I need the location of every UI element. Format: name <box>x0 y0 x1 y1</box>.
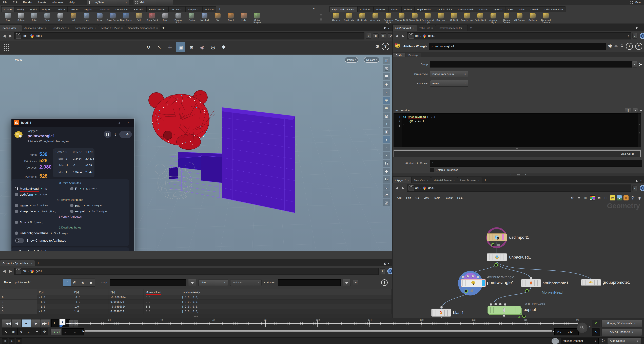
shelf-tab-crowds[interactable]: Crowds <box>528 6 542 12</box>
thumbnails-icon[interactable]: ▦ <box>596 195 602 200</box>
shade-icon[interactable]: ◑ <box>382 120 390 127</box>
breadcrumb-root[interactable]: obj <box>415 34 419 38</box>
replay-icon[interactable]: ↺ <box>18 328 25 336</box>
shelf-grip[interactable] <box>320 14 322 22</box>
breadcrumb[interactable]: obj › geo1 <box>14 268 378 275</box>
translate-view-icon[interactable]: ✛ <box>165 42 175 52</box>
shelf-tab-fem[interactable]: FEM <box>505 6 516 12</box>
tool-helix[interactable]: Helix <box>237 13 250 21</box>
input-dot[interactable] <box>466 275 469 278</box>
breadcrumb-root[interactable]: obj <box>23 34 26 38</box>
table-row[interactable]: 1-1.0-1.00.08968240.0[ 1.0, 0.0, <box>0 300 392 304</box>
expand-icon[interactable]: + <box>640 108 642 113</box>
editor-resize-handle[interactable]: ▦▦ <box>394 147 641 149</box>
grid-icon[interactable]: ▦ <box>382 57 390 64</box>
tool-vr-camera[interactable]: VR Camera <box>513 13 526 21</box>
network-menu-add[interactable]: Add <box>394 196 404 199</box>
prim-normals-icon[interactable]: ◆ <box>382 168 390 175</box>
set-key-button[interactable] <box>577 322 588 333</box>
prev-frame-button[interactable]: ◀ <box>12 319 21 327</box>
tool-ambient-light[interactable]: Ambient Light <box>487 13 500 23</box>
wrench-icon[interactable]: ⚒ <box>570 195 575 200</box>
tab-performance-monitor[interactable]: Performance Monitor× <box>435 25 468 31</box>
network-menu-view[interactable]: View <box>421 196 432 199</box>
new-tab-icon[interactable]: + <box>35 260 41 266</box>
close-icon[interactable]: × <box>413 27 414 29</box>
view-selector[interactable]: Main ⇕ <box>133 0 173 5</box>
breadcrumb-node[interactable]: geo1 <box>36 269 42 273</box>
chevron-down-icon[interactable]: ▼ <box>632 61 637 67</box>
view-tool-icon[interactable]: ▣ <box>176 42 186 52</box>
tab-animation-editor[interactable]: Animation Editor× <box>22 25 49 31</box>
close-icon[interactable]: × <box>31 262 32 265</box>
attributes-input[interactable] <box>278 279 340 286</box>
tool-stereo-camera[interactable]: Stereo Camera <box>500 13 513 23</box>
tool-l-system[interactable]: L-System <box>185 13 198 21</box>
shelf-tab-create[interactable]: Create <box>1 6 14 12</box>
details-mode-icon[interactable]: ◆ <box>87 279 95 287</box>
node-label[interactable]: usdimport1 <box>509 235 529 240</box>
playhead[interactable]: 1 <box>59 319 66 325</box>
tool-distant-light[interactable]: Distant Light <box>408 13 421 21</box>
input-dot[interactable] <box>476 276 479 278</box>
shelf-tab-particle-fluids[interactable]: Particle Fluids <box>434 6 455 12</box>
camera-selector[interactable]: No cam ▾ <box>364 57 379 63</box>
input-dot[interactable] <box>499 303 502 305</box>
playback-start-field[interactable]: 1 <box>72 328 84 336</box>
add-light-icon[interactable]: ⊕ <box>382 97 390 104</box>
tab-asset-browser[interactable]: Asset Browser× <box>457 177 482 183</box>
tool-switcher[interactable]: Switcher <box>526 13 539 21</box>
range-handle-left[interactable]: ▶ <box>82 330 84 333</box>
close-icon[interactable]: × <box>427 179 428 182</box>
tab-pointwrangle1[interactable]: pointwrangle1× <box>392 25 417 31</box>
breadcrumb[interactable]: obj › geo1 <box>14 32 364 39</box>
tab-scene-view[interactable]: Scene View× <box>0 25 22 31</box>
next-key-icon[interactable]: ▶❘ <box>56 328 61 336</box>
point-normals-icon[interactable]: ∙ <box>382 144 390 151</box>
close-icon[interactable]: × <box>45 27 46 29</box>
shelf-tab-rigid-bodies[interactable]: Rigid Bodies <box>414 6 434 12</box>
pin-icon[interactable]: ⊸ <box>113 133 118 136</box>
status-icon-3[interactable]: ∷ <box>16 339 22 344</box>
points-display-icon[interactable]: ● <box>382 136 390 143</box>
shelf-tab-rigging[interactable]: Rigging <box>81 6 95 12</box>
output-dot[interactable] <box>503 314 505 317</box>
back-icon[interactable]: ◀ <box>2 33 7 39</box>
pin-icon[interactable]: ⊸ <box>632 33 638 39</box>
search-icon[interactable]: ⚲ <box>630 195 635 200</box>
pane-icon[interactable]: ◧ <box>384 262 386 265</box>
point-numbers-icon[interactable]: 12 <box>382 160 390 167</box>
shelf-tab-characters[interactable]: Characters <box>95 6 113 12</box>
camera-icon[interactable]: ▣ <box>373 33 378 38</box>
close-icon[interactable]: × <box>431 27 433 29</box>
close-icon[interactable]: × <box>95 27 96 29</box>
search-icon[interactable]: ⚲ <box>620 44 624 49</box>
new-tab-icon[interactable]: + <box>160 25 166 31</box>
pane-icon[interactable]: ◧ <box>636 179 638 182</box>
pane-icon[interactable]: ◧ <box>636 27 638 30</box>
node-attribpromote1[interactable] <box>521 279 541 287</box>
color-palette-icon[interactable] <box>590 195 595 200</box>
close-icon[interactable]: × <box>408 179 409 182</box>
tool-circle[interactable]: Circle <box>93 13 106 21</box>
column-header-P[x][interactable]: P[x] <box>37 289 72 295</box>
columns-icon[interactable]: ▥ <box>583 195 588 200</box>
network-menu-tools[interactable]: Tools <box>432 196 442 199</box>
range-end-field[interactable]: 240 <box>554 328 567 336</box>
tool-grid[interactable]: Grid <box>54 13 67 21</box>
tool-volume-light[interactable]: Volume Light <box>395 13 408 21</box>
menu-edit[interactable]: Edit <box>10 0 20 5</box>
network-menu-layout[interactable]: Layout <box>442 196 455 199</box>
shelf-tab-grains[interactable]: Grains <box>389 6 402 12</box>
playback-range-bar[interactable]: ▶ ◀ <box>85 330 552 333</box>
node-label[interactable]: pointwrangle1 <box>487 280 514 285</box>
tab--obj-geo1[interactable]: /obj/geo1× <box>392 177 411 183</box>
forward-icon[interactable]: ▶ <box>400 185 406 191</box>
close-icon[interactable]: × <box>478 179 480 182</box>
key-options-icon[interactable]: ▼ <box>589 326 591 328</box>
shelf-tab-simple-fx[interactable]: Simple FX <box>186 6 202 12</box>
input-dot[interactable] <box>530 277 532 279</box>
editor-split-icon[interactable]: ❚ <box>625 108 631 113</box>
shelf-tab-deform[interactable]: Deform <box>54 6 68 12</box>
timeline-ruler[interactable]: 1 24487296120144168192216240 <box>60 319 578 328</box>
